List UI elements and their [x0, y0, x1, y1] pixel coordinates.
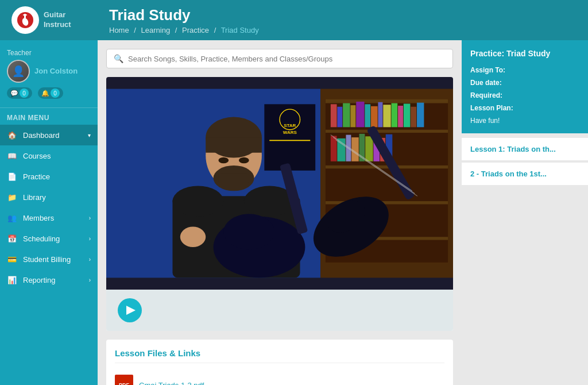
sidebar-label-library: Library [23, 193, 46, 202]
people-icon: 👥 [7, 213, 17, 223]
sidebar-item-dashboard[interactable]: 🏠 Dashboard ▾ [0, 125, 98, 145]
practice-assign-field: Assign To: [470, 65, 579, 74]
svg-rect-12 [331, 104, 337, 127]
main-menu-label: Main Menu [0, 108, 98, 125]
video-container: STAR WARS [106, 77, 453, 331]
logo-icon [11, 6, 39, 34]
svg-rect-48 [206, 137, 262, 153]
sidebar-item-scheduling[interactable]: 📅 Scheduling › [0, 228, 98, 249]
messages-count: 0 [20, 88, 29, 98]
lesson-files-title: Lesson Files & Links [115, 348, 444, 363]
logo-area: Guitar Instruct [11, 6, 109, 34]
sidebar-label-courses: Courses [23, 152, 51, 160]
practice-due-label: Due date: [470, 79, 502, 87]
sidebar-label-scheduling: Scheduling [23, 234, 60, 243]
messages-badge[interactable]: 💬 0 [7, 87, 32, 99]
sidebar-label-dashboard: Dashboard [23, 131, 60, 140]
svg-rect-21 [392, 103, 398, 128]
sidebar-item-billing[interactable]: 💳 Student Billing › [0, 249, 98, 270]
teacher-label: Teacher [7, 49, 91, 57]
folder-icon: 📁 [7, 192, 17, 202]
video-thumbnail: STAR WARS [106, 77, 453, 290]
play-button[interactable] [118, 298, 142, 322]
svg-text:STAR: STAR [284, 123, 296, 128]
sidebar-label-reporting: Reporting [23, 276, 55, 284]
practice-required-field: Required: [470, 90, 579, 99]
svg-rect-8 [326, 130, 448, 133]
svg-point-59 [239, 157, 249, 164]
bell-icon: 🔔 [41, 90, 49, 97]
avatar: 👤 [7, 60, 30, 83]
home-icon: 🏠 [7, 130, 17, 140]
top-bar: Guitar Instruct Triad Study Home / Learn… [0, 0, 588, 40]
sidebar-item-library[interactable]: 📁 Library [0, 187, 98, 207]
file-name[interactable]: Cmaj Triads 1-3.pdf [139, 381, 204, 386]
book-icon: 📖 [7, 151, 17, 161]
video-wrapper: STAR WARS [106, 77, 453, 290]
header-content: Triad Study Home / Learning / Practice /… [109, 6, 577, 34]
lesson-card-2-title: 2 - Triads on the 1st... [470, 170, 579, 178]
svg-rect-20 [383, 105, 390, 127]
search-bar: 🔍 [106, 49, 453, 68]
chat-icon: 💬 [10, 90, 18, 97]
chevron-right-icon-members: › [89, 215, 91, 221]
practice-have-fun: Have fun! [470, 117, 579, 125]
svg-rect-18 [371, 106, 378, 127]
teacher-name: Jon Colston [34, 66, 78, 76]
breadcrumb-practice[interactable]: Practice [182, 26, 209, 34]
svg-point-56 [223, 214, 274, 249]
svg-rect-15 [350, 105, 355, 127]
chevron-right-icon-billing: › [89, 256, 91, 263]
svg-point-51 [172, 186, 223, 216]
practice-card-title: Practice: Triad Study [470, 49, 579, 58]
breadcrumb: Home / Learning / Practice / Triad Study [109, 26, 577, 34]
lesson-card-1-title: Lesson 1: Triads on th... [470, 145, 579, 153]
lesson-card-1[interactable]: Lesson 1: Triads on th... [462, 138, 588, 160]
svg-rect-17 [365, 104, 370, 127]
search-icon: 🔍 [114, 54, 123, 63]
practice-lesson-plan-label: Lesson Plan: [470, 104, 513, 112]
search-input[interactable] [128, 55, 446, 63]
svg-rect-35 [264, 104, 315, 170]
svg-rect-26 [331, 136, 337, 161]
breadcrumb-learning[interactable]: Learning [141, 26, 171, 34]
notifications-badge[interactable]: 🔔 0 [38, 87, 63, 99]
svg-rect-16 [356, 102, 364, 127]
svg-rect-38 [269, 140, 310, 141]
svg-rect-24 [411, 107, 416, 128]
teacher-info: 👤 Jon Colston [7, 60, 91, 83]
practice-required-label: Required: [470, 91, 502, 99]
svg-point-53 [180, 227, 206, 248]
pdf-icon: PDF [115, 375, 133, 385]
chart-icon: 📊 [7, 275, 17, 285]
play-controls [106, 290, 453, 331]
svg-rect-25 [417, 103, 424, 128]
svg-rect-23 [404, 103, 411, 127]
logo-text: Guitar Instruct [44, 10, 71, 30]
svg-rect-19 [378, 102, 382, 128]
sidebar-item-practice[interactable]: 📄 Practice [0, 166, 98, 187]
svg-rect-31 [365, 136, 373, 161]
sidebar-label-members: Members [23, 214, 54, 222]
sidebar: Teacher 👤 Jon Colston 💬 0 🔔 0 Main Menu [0, 40, 98, 385]
teacher-actions: 💬 0 🔔 0 [7, 87, 91, 99]
lesson-files-section: Lesson Files & Links PDF Cmaj Triads 1-3… [106, 340, 453, 385]
breadcrumb-home[interactable]: Home [109, 26, 129, 34]
billing-icon: 💳 [7, 254, 17, 264]
teacher-section: Teacher 👤 Jon Colston 💬 0 🔔 0 [0, 40, 98, 108]
svg-rect-7 [326, 99, 448, 103]
practice-due-field: Due date: [470, 78, 579, 87]
sidebar-item-reporting[interactable]: 📊 Reporting › [0, 270, 98, 290]
content-area: 🔍 [98, 40, 462, 385]
document-icon: 📄 [7, 171, 17, 182]
calendar-icon: 📅 [7, 233, 17, 244]
svg-rect-29 [351, 137, 358, 161]
svg-rect-9 [326, 165, 448, 168]
sidebar-item-courses[interactable]: 📖 Courses [0, 145, 98, 166]
lesson-card-2[interactable]: 2 - Triads on the 1st... [462, 163, 588, 185]
svg-text:WARS: WARS [283, 130, 297, 135]
svg-rect-3 [23, 14, 27, 16]
practice-card: Practice: Triad Study Assign To: Due dat… [462, 40, 588, 133]
svg-rect-13 [337, 107, 342, 128]
sidebar-item-members[interactable]: 👥 Members › [0, 207, 98, 228]
